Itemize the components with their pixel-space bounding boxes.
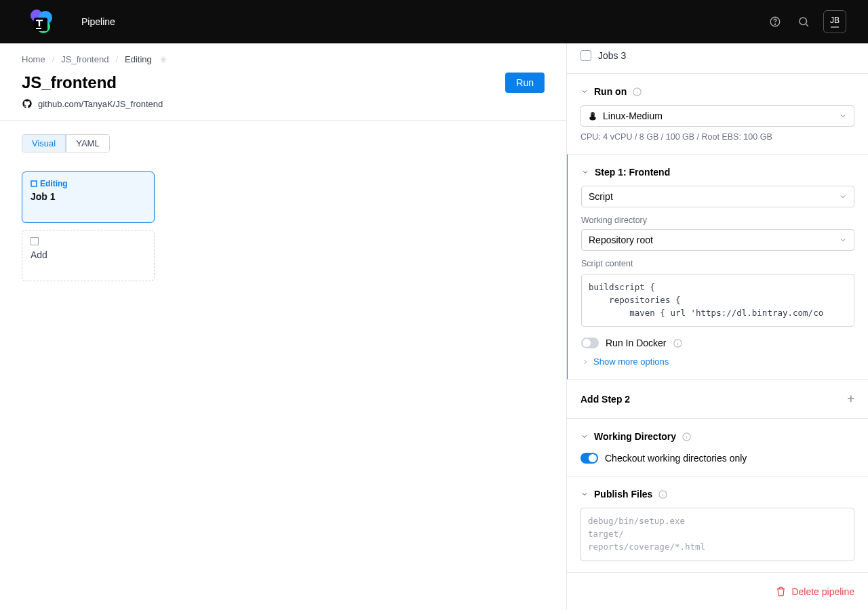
script-content-input[interactable]: buildscript { repositories { maven { url… [581,274,854,327]
repo-link[interactable]: github.com/TanyaK/JS_frontend [38,99,163,109]
run-on-value: Linux-Medium [603,110,663,121]
run-button[interactable]: Run [505,73,545,93]
linux-icon [588,111,597,121]
editing-badge: Editing [31,179,146,188]
docker-toggle[interactable] [581,338,599,348]
avatar-underline [831,26,839,28]
breadcrumb-current: Editing [125,54,152,64]
step-type-value: Script [589,191,613,202]
dep-item-label: Jobs 3 [598,50,626,61]
github-icon [22,98,33,109]
avatar[interactable]: JB [823,10,846,33]
svg-rect-6 [36,28,41,29]
script-label: Script content [581,259,854,268]
gear-icon[interactable] [159,55,168,64]
add-job-card[interactable]: Add [22,230,155,281]
svg-point-15 [591,114,592,115]
run-on-select[interactable]: Linux-Medium [580,105,854,127]
search-icon[interactable] [795,13,812,30]
nav-pipeline[interactable]: Pipeline [81,16,115,27]
info-icon [632,87,642,97]
chevron-down-icon [839,236,847,244]
job-card[interactable]: Editing Job 1 [22,171,155,223]
section-step-1[interactable]: Step 1: Frontend [581,167,854,178]
publish-files-input[interactable]: debug/bin/setup.exe target/ reports/cove… [580,508,854,561]
svg-point-8 [774,24,775,24]
info-icon [673,338,683,348]
svg-point-14 [589,117,595,121]
docker-label: Run In Docker [606,338,666,348]
info-icon [682,432,692,442]
svg-rect-11 [31,181,37,186]
svg-point-9 [800,18,807,25]
right-panel-footer: Delete pipeline [567,572,868,610]
chevron-down-icon [580,490,589,498]
trash-icon [776,586,786,596]
teamcity-logo [27,8,54,35]
avatar-initials: JB [830,16,840,25]
page-title: JS_frontend [22,73,117,92]
chevron-down-icon [839,112,847,120]
delete-pipeline-button[interactable]: Delete pipeline [776,586,854,597]
plus-icon: + [847,392,854,406]
breadcrumb-home[interactable]: Home [22,54,45,64]
help-icon[interactable] [766,13,784,30]
section-run-on[interactable]: Run on [580,86,854,97]
step-type-select[interactable]: Script [581,186,854,207]
wd-label: Working directory [581,216,854,225]
svg-point-13 [591,112,595,117]
breadcrumb-separator: / [115,54,118,64]
chevron-down-icon [581,168,589,176]
tab-visual[interactable]: Visual [22,135,66,152]
svg-point-16 [593,114,594,115]
tab-yaml[interactable]: YAML [66,135,108,152]
svg-rect-5 [39,20,40,26]
chevron-down-icon [580,87,589,96]
add-step-button[interactable]: Add Step 2 + [567,380,868,419]
breadcrumb-project[interactable]: JS_frontend [61,54,108,64]
working-dir-value: Repository root [589,235,653,245]
show-more-link[interactable]: Show more options [581,357,854,367]
working-dir-select[interactable]: Repository root [581,229,854,251]
section-publish-files[interactable]: Publish Files [580,489,854,500]
breadcrumb-separator: / [52,54,55,64]
top-header: Pipeline JB [0,0,868,43]
chevron-down-icon [580,432,589,441]
view-toggle: Visual YAML [22,134,110,152]
add-label: Add [31,249,146,260]
chevron-right-icon [581,358,589,366]
checkbox-job[interactable] [580,50,591,61]
breadcrumb: Home / JS_frontend / Editing [22,49,545,70]
chevron-down-icon [839,192,847,201]
add-square-icon [31,237,39,245]
job-name: Job 1 [31,191,146,202]
info-icon [658,489,668,500]
checkout-wd-toggle[interactable] [580,453,598,464]
checkout-wd-label: Checkout working directories only [605,453,747,464]
section-working-directory[interactable]: Working Directory [580,431,854,442]
run-on-meta: CPU: 4 vCPU / 8 GB / 100 GB / Root EBS: … [580,132,854,142]
